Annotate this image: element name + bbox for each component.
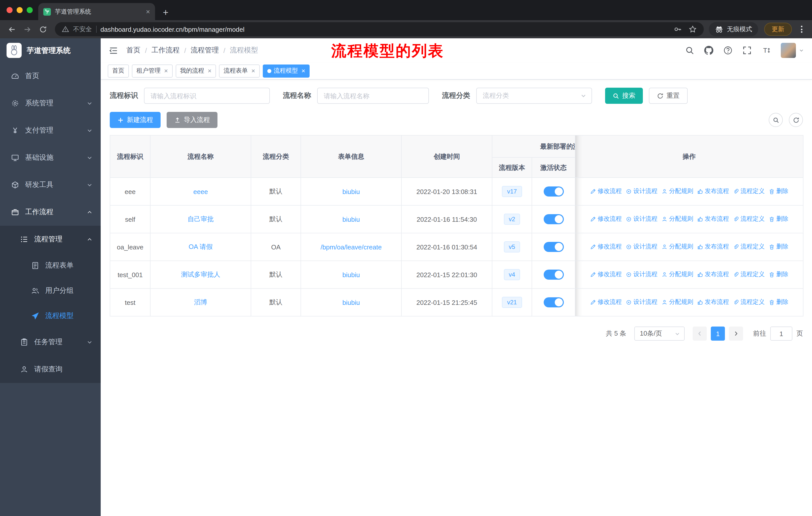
zoom-window-button[interactable]: [27, 7, 33, 13]
delete-link[interactable]: 删除: [769, 270, 788, 279]
sidebar-item-process-form[interactable]: 流程表单: [0, 253, 101, 278]
design-process-link[interactable]: 设计流程: [626, 187, 658, 196]
active-toggle[interactable]: [544, 186, 563, 196]
tab-process-form[interactable]: 流程表单×: [219, 64, 260, 77]
version-badge[interactable]: v2: [504, 214, 520, 225]
github-icon[interactable]: [704, 46, 713, 55]
filter-select-category[interactable]: 流程分类: [476, 88, 592, 104]
delete-link[interactable]: 删除: [769, 243, 788, 251]
back-button[interactable]: [5, 22, 19, 36]
close-window-button[interactable]: [6, 7, 12, 13]
publish-process-link[interactable]: 发布流程: [697, 243, 729, 251]
sidebar-item-user-group[interactable]: 用户分组: [0, 278, 101, 303]
process-definition-link[interactable]: 流程定义: [733, 215, 765, 223]
new-tab-button[interactable]: +: [159, 5, 172, 20]
active-toggle[interactable]: [544, 297, 563, 307]
security-label[interactable]: 不安全: [73, 25, 92, 33]
active-toggle[interactable]: [544, 270, 563, 280]
modify-process-link[interactable]: 修改流程: [590, 243, 622, 251]
reset-button[interactable]: 重置: [649, 88, 688, 104]
delete-link[interactable]: 删除: [769, 298, 788, 307]
import-model-button[interactable]: 导入流程: [167, 112, 218, 128]
modify-process-link[interactable]: 修改流程: [590, 270, 622, 279]
filter-input-name[interactable]: [317, 88, 429, 104]
page-size-select[interactable]: 10条/页: [634, 327, 685, 341]
assign-rule-link[interactable]: 分配规则: [662, 270, 693, 279]
tab-home[interactable]: 首页: [108, 64, 129, 77]
breadcrumb-item[interactable]: 流程管理: [191, 46, 219, 55]
prev-page-button[interactable]: [693, 327, 707, 341]
version-badge[interactable]: v5: [504, 241, 520, 252]
process-definition-link[interactable]: 流程定义: [733, 270, 765, 279]
browser-tab[interactable]: 芋道管理系统 ×: [38, 3, 155, 20]
sidebar-fold-icon[interactable]: [109, 46, 118, 55]
next-page-button[interactable]: [729, 327, 743, 341]
process-definition-link[interactable]: 流程定义: [733, 243, 765, 251]
update-button[interactable]: 更新: [764, 23, 792, 36]
model-name-link[interactable]: 滔博: [194, 298, 207, 306]
process-definition-link[interactable]: 流程定义: [733, 187, 765, 196]
assign-rule-link[interactable]: 分配规则: [662, 298, 693, 307]
tab-process-model[interactable]: 流程模型×: [263, 64, 310, 77]
password-key-icon[interactable]: [673, 25, 682, 33]
tag-close-icon[interactable]: ×: [208, 67, 211, 74]
fullscreen-icon[interactable]: [743, 46, 752, 55]
goto-page-input[interactable]: [770, 327, 792, 341]
design-process-link[interactable]: 设计流程: [626, 298, 658, 307]
bookmark-star-icon[interactable]: [689, 25, 697, 33]
sidebar-item-workflow[interactable]: 工作流程: [0, 198, 101, 226]
tab-my-process[interactable]: 我的流程×: [175, 64, 216, 77]
tab-close-icon[interactable]: ×: [146, 8, 150, 15]
design-process-link[interactable]: 设计流程: [626, 215, 658, 223]
model-form-link[interactable]: biubiu: [342, 215, 360, 223]
search-icon[interactable]: [685, 46, 694, 55]
sidebar-item-dev-tools[interactable]: 研发工具: [0, 171, 101, 198]
modify-process-link[interactable]: 修改流程: [590, 298, 622, 307]
process-definition-link[interactable]: 流程定义: [733, 298, 765, 307]
address-bar[interactable]: 不安全 dashboard.yudao.iocoder.cn/bpm/manag…: [55, 22, 704, 36]
forward-button[interactable]: [21, 22, 34, 36]
publish-process-link[interactable]: 发布流程: [697, 298, 729, 307]
active-toggle[interactable]: [544, 242, 563, 252]
modify-process-link[interactable]: 修改流程: [590, 187, 622, 196]
browser-menu-icon[interactable]: [796, 22, 807, 36]
active-toggle[interactable]: [544, 214, 563, 224]
assign-rule-link[interactable]: 分配规则: [662, 215, 693, 223]
breadcrumb-item[interactable]: 工作流程: [151, 46, 180, 55]
toggle-search-button[interactable]: [769, 113, 783, 127]
sidebar-item-home[interactable]: 首页: [0, 62, 101, 90]
modify-process-link[interactable]: 修改流程: [590, 215, 622, 223]
publish-process-link[interactable]: 发布流程: [697, 270, 729, 279]
model-form-link[interactable]: biubiu: [342, 188, 360, 195]
model-name-link[interactable]: eeee: [193, 188, 208, 195]
sidebar-item-infrastructure[interactable]: 基础设施: [0, 144, 101, 171]
tag-close-icon[interactable]: ×: [251, 67, 255, 74]
version-badge[interactable]: v4: [504, 269, 520, 280]
publish-process-link[interactable]: 发布流程: [697, 215, 729, 223]
font-size-icon[interactable]: T: [762, 46, 771, 55]
url-text[interactable]: dashboard.yudao.iocoder.cn/bpm/manager/m…: [100, 25, 244, 33]
sidebar-item-process-management[interactable]: 流程管理: [0, 226, 101, 253]
delete-link[interactable]: 删除: [769, 215, 788, 223]
filter-input-key[interactable]: [144, 88, 270, 104]
delete-link[interactable]: 删除: [769, 187, 788, 196]
model-form-link[interactable]: biubiu: [342, 271, 360, 278]
assign-rule-link[interactable]: 分配规则: [662, 187, 693, 196]
sidebar-item-system-management[interactable]: 系统管理: [0, 90, 101, 117]
model-name-link[interactable]: OA 请假: [188, 243, 212, 250]
page-number-1[interactable]: 1: [711, 327, 725, 341]
sidebar-item-leave-query[interactable]: 请假查询: [0, 356, 101, 383]
create-model-button[interactable]: 新建流程: [110, 112, 161, 128]
sidebar-item-payment-management[interactable]: 支付管理: [0, 117, 101, 144]
refresh-table-button[interactable]: [789, 113, 803, 127]
model-form-link[interactable]: /bpm/oa/leave/create: [321, 243, 382, 251]
minimize-window-button[interactable]: [17, 7, 23, 13]
version-badge[interactable]: v17: [502, 186, 522, 197]
model-name-link[interactable]: 自己审批: [187, 215, 214, 223]
design-process-link[interactable]: 设计流程: [626, 270, 658, 279]
assign-rule-link[interactable]: 分配规则: [662, 243, 693, 251]
publish-process-link[interactable]: 发布流程: [697, 187, 729, 196]
version-badge[interactable]: v21: [502, 297, 522, 308]
model-form-link[interactable]: biubiu: [342, 299, 360, 306]
sidebar-item-process-model[interactable]: 流程模型: [0, 303, 101, 329]
